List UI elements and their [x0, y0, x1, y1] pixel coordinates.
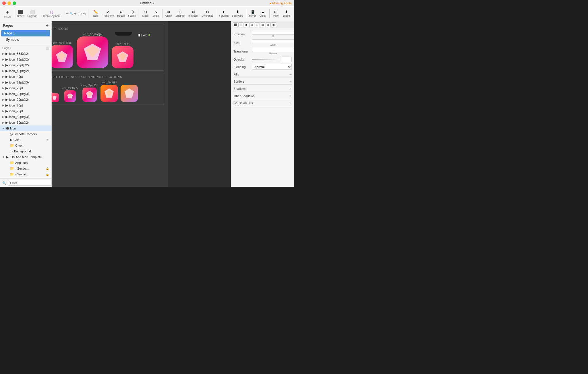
layer-item[interactable]: ▶▶icon_40pt [0, 74, 51, 80]
layer-item[interactable]: ▶▶icon_29pt@2x [0, 62, 51, 68]
canvas[interactable]: 9:41 ▌▌▌ WiFi 🔋 ✉ Mail [52, 21, 231, 187]
align-top-button[interactable]: ◫ [249, 22, 254, 27]
opacity-input[interactable] [282, 57, 292, 62]
zoom-out-button[interactable]: − [66, 11, 69, 16]
layer-item[interactable]: ▶Grid👁 [0, 137, 51, 143]
add-shadow-button[interactable]: + [290, 87, 292, 90]
layer-item[interactable]: ▶▶icon_20pt@2x [0, 97, 51, 102]
union-button[interactable]: ⊕ Union [164, 9, 174, 18]
mirror-button[interactable]: 📱 Mirror [247, 9, 258, 18]
rotate-input[interactable] [252, 48, 294, 52]
scale-icon: ⤡ [154, 10, 157, 14]
rotate-input-group: Rotate [252, 48, 294, 55]
edit-button[interactable]: ✏️ Edit [90, 9, 101, 18]
layer-item[interactable]: ▭Background [0, 148, 51, 154]
wifi-icon: WiFi [143, 34, 147, 36]
page-item-symbols[interactable]: Symbols [0, 36, 51, 43]
cloud-icon: ☁ [261, 10, 265, 14]
align-right-button[interactable]: ▣ [244, 22, 249, 27]
insert-button[interactable]: ＋ Insert [2, 8, 13, 19]
difference-icon: ⊘ [206, 10, 209, 14]
traffic-lights [2, 1, 16, 5]
page-item-page1[interactable]: Page 1 [1, 30, 50, 36]
filter-input[interactable] [8, 180, 52, 186]
add-page-button[interactable]: + [46, 23, 49, 28]
app-icons-section: APP ICONS icon_60pt@2x icon_60pt@3x [52, 25, 164, 71]
flatten-button[interactable]: ⬡ Flatten [127, 9, 138, 18]
main-layout: Pages + Page 1 Symbols Page 1 ⬜ ▶▶icon_8… [0, 21, 294, 187]
forward-button[interactable]: ⬆ Forward [217, 9, 230, 18]
subtract-button[interactable]: ⊖ Subtract [174, 9, 187, 18]
toolbar-divider4 [89, 9, 89, 18]
transform-button[interactable]: ⤢ Transform [101, 9, 116, 18]
forward-icon: ⬆ [222, 10, 225, 14]
missing-fonts-warning[interactable]: ● Missing Fonts [269, 1, 292, 5]
scale-button[interactable]: ⤡ Scale [151, 9, 161, 18]
icon-small1-img [52, 93, 59, 102]
create-symbol-button[interactable]: ◎ Create Symbol [41, 9, 61, 19]
layer-item[interactable]: ▼⬟Icon [0, 125, 51, 131]
rotate-button[interactable]: ↻ Rotate [116, 9, 127, 18]
zoom-level: 100% [78, 12, 86, 15]
layer-item[interactable]: ▶▶icon_76pt [0, 108, 51, 114]
opacity-slider[interactable] [252, 59, 281, 60]
alignment-buttons: ⬛ ⬜ ▣ ◫ ◻ ▤ ▥ ▦ [231, 21, 294, 28]
zoom-search-icon[interactable]: 🔍 [69, 12, 73, 15]
layer-item[interactable]: 📁- Sectio...🔒 [0, 171, 51, 177]
position-inputs: X Y [252, 31, 294, 38]
intersect-button[interactable]: ⊗ Intersect [187, 9, 200, 18]
layer-item[interactable]: 📁- Sectio...🔒 [0, 166, 51, 171]
layers-list[interactable]: ▶▶icon_83.5@2x▶▶icon_76pt@2x▶▶icon_29pt@… [0, 51, 51, 179]
add-inner-shadow-button[interactable]: + [290, 94, 292, 98]
backward-button[interactable]: ⬇ Backward [230, 9, 245, 18]
close-button[interactable] [2, 1, 6, 5]
align-bottom-button[interactable]: ▤ [260, 22, 265, 27]
minimize-button[interactable] [7, 1, 11, 5]
align-center-h-button[interactable]: ⬜ [238, 22, 243, 27]
layer-item[interactable]: ▶▶icon_29pt@3x [0, 80, 51, 85]
phone-status-icons: ▌▌▌ WiFi 🔋 [138, 34, 150, 36]
width-input[interactable] [252, 39, 294, 43]
distribute-v-button[interactable]: ▦ [271, 22, 276, 27]
group-button[interactable]: ⬛ Group [15, 9, 26, 19]
layer-item[interactable]: ▶▶icon_20pt [0, 102, 51, 108]
cloud-button[interactable]: ☁ Cloud [258, 9, 268, 18]
align-center-v-button[interactable]: ◻ [255, 22, 260, 27]
view-button[interactable]: ⊞ View [271, 9, 281, 18]
opacity-label: Opacity [233, 58, 251, 61]
layer-item[interactable]: 📁Glyph [0, 143, 51, 148]
window-title: Untitled ▾ [140, 1, 154, 5]
toolbar-divider8 [246, 9, 246, 18]
export-button[interactable]: ⬆ Export [281, 9, 292, 18]
layer-item[interactable]: ▶▶icon_83.5@2x [0, 51, 51, 57]
layer-item[interactable]: ▶▶icon_20pt@3x [0, 91, 51, 97]
layer-item[interactable]: ▶▶icon_40pt@2x [0, 68, 51, 74]
layer-item[interactable]: ▶▶icon_60pt@2x [0, 120, 51, 125]
rotate-icon: ↻ [119, 10, 123, 14]
eye-icon[interactable]: 👁 [46, 138, 49, 142]
difference-button[interactable]: ⊘ Difference [200, 9, 215, 18]
distribute-h-button[interactable]: ▥ [266, 22, 271, 27]
sidebar-divider [0, 44, 51, 44]
create-symbol-icon: ◎ [50, 10, 53, 14]
layer-item[interactable]: ▶▶icon_60pt@3x [0, 114, 51, 120]
layer-item[interactable]: ▼▶iOS App Icon Template [0, 154, 51, 160]
add-fill-button[interactable]: + [290, 73, 292, 76]
layer-item[interactable]: ▶▶icon_76pt@2x [0, 57, 51, 62]
collapse-icon[interactable]: ⬜ [46, 46, 49, 50]
align-left-button[interactable]: ⬛ [233, 22, 238, 27]
x-input[interactable] [252, 31, 294, 35]
layer-item[interactable]: ◎Smooth Corners [0, 131, 51, 137]
blending-select[interactable]: Normal [252, 64, 292, 70]
mask-button[interactable]: ⊡ Mask [140, 9, 151, 18]
layer-item[interactable]: ▶▶icon_29pt [0, 85, 51, 91]
insert-icon: ＋ [5, 9, 10, 15]
toolbar-divider [14, 9, 14, 18]
maximize-button[interactable] [13, 1, 16, 5]
add-blur-button[interactable]: + [290, 101, 292, 105]
add-border-button[interactable]: + [290, 80, 292, 83]
layer-item[interactable]: 📁App Icon [0, 160, 51, 166]
zoom-in-button[interactable]: + [74, 11, 76, 16]
ungroup-button[interactable]: ⬜ Ungroup [26, 9, 39, 19]
blending-label: Blending [233, 65, 251, 69]
